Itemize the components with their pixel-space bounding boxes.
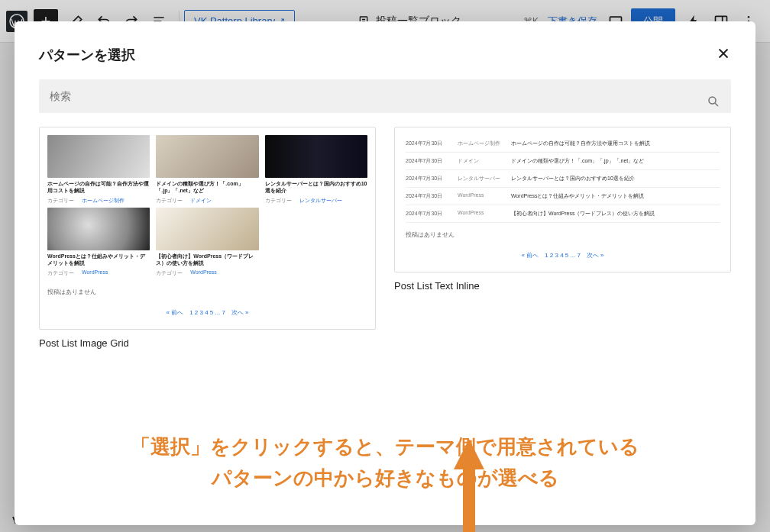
pattern-select-modal: パターンを選択 ホームページの自作は可能？自作方法や運用コストを解説 — [15, 21, 755, 525]
preview-card: 【初心者向け】WordPress（ワードプレス）の使い方を解説 カテゴリーWor… — [156, 208, 258, 277]
modal-overlay: パターンを選択 ホームページの自作は可能？自作方法や運用コストを解説 — [0, 0, 770, 532]
pagination: « 前へ 1 2 3 4 5 ... 7 次へ » — [406, 247, 720, 264]
list-item: 2024年7月30日ホームページ制作ホームページの自作は可能？自作方法や運用コス… — [406, 135, 720, 153]
preview-card: WordPressとは？仕組みやメリット・デメリットを解説 カテゴリーWordP… — [47, 208, 150, 277]
pattern-preview: 2024年7月30日ホームページ制作ホームページの自作は可能？自作方法や運用コス… — [394, 127, 731, 272]
preview-card: ドメインの種類や選び方！「.com」「.jp」「.net」など カテゴリードメイ… — [156, 135, 258, 205]
search-input[interactable] — [39, 79, 731, 113]
pattern-label: Post List Text Inline — [394, 280, 731, 292]
pattern-label: Post List Image Grid — [39, 337, 376, 349]
no-posts-text: 投稿はありません — [406, 223, 720, 247]
preview-card: レンタルサーバーとは？国内のおすすめ10選を紹介 カテゴリーレンタルサーバー — [265, 135, 367, 205]
pagination: « 前へ 1 2 3 4 5 ... 7 次へ » — [47, 304, 367, 321]
preview-card: ホームページの自作は可能？自作方法や運用コストを解説 カテゴリーホームページ制作 — [47, 135, 150, 205]
list-item: 2024年7月30日WordPress【初心者向け】WordPress（ワードプ… — [406, 205, 720, 223]
patterns-container: ホームページの自作は可能？自作方法や運用コストを解説 カテゴリーホームページ制作… — [39, 127, 731, 349]
modal-title: パターンを選択 — [39, 46, 731, 64]
pattern-text-inline[interactable]: 2024年7月30日ホームページ制作ホームページの自作は可能？自作方法や運用コス… — [394, 127, 731, 292]
pattern-image-grid[interactable]: ホームページの自作は可能？自作方法や運用コストを解説 カテゴリーホームページ制作… — [39, 127, 376, 349]
list-item: 2024年7月30日ドメインドメインの種類や選び方！「.com」「.jp」「.n… — [406, 153, 720, 170]
search-wrapper — [39, 79, 731, 127]
close-button[interactable] — [713, 43, 734, 64]
annotation-text: 「選択」をクリックすると、テーマ側で用意されている パターンの中から好きなものが… — [15, 431, 755, 495]
pattern-preview: ホームページの自作は可能？自作方法や運用コストを解説 カテゴリーホームページ制作… — [39, 127, 376, 330]
list-item: 2024年7月30日WordPressWordPressとは？仕組みやメリット・… — [406, 188, 720, 205]
search-icon — [707, 95, 720, 111]
annotation-overlay: 「選択」をクリックすると、テーマ側で用意されている パターンの中から好きなものが… — [15, 439, 755, 495]
no-posts-text: 投稿はありません — [47, 280, 367, 304]
close-icon — [715, 45, 732, 62]
list-item: 2024年7月30日レンタルサーバーレンタルサーバーとは？国内のおすすめ10選を… — [406, 170, 720, 188]
svg-point-7 — [709, 97, 716, 104]
